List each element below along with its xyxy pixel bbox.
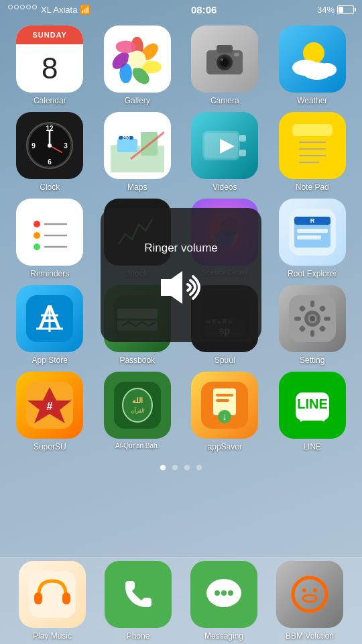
time-display: 08:06 [191, 4, 217, 15]
app-gallery[interactable]: Gallery [97, 25, 178, 105]
app-weather[interactable]: Weather [272, 25, 353, 105]
dock-phone[interactable]: Phone [105, 561, 172, 641]
svg-point-48 [34, 232, 40, 239]
page-dot-2[interactable] [172, 465, 178, 470]
svg-text:↓: ↓ [223, 411, 227, 422]
clock-icon-bg: 12 3 6 9 [16, 112, 83, 179]
signal-dot-4 [26, 5, 31, 9]
app-label-videos: Videos [213, 182, 237, 192]
appstore-icon-bg: A [16, 285, 83, 352]
app-supersu[interactable]: # SuperSU [9, 372, 90, 451]
svg-rect-10 [217, 45, 233, 53]
page-dot-3[interactable] [184, 465, 190, 470]
quran-icon-bg: الله القرآن [104, 372, 171, 439]
app-label-clock: Clock [40, 182, 60, 192]
svg-rect-38 [239, 135, 246, 142]
svg-point-120 [313, 588, 317, 592]
svg-rect-15 [234, 53, 239, 56]
dock-label-bbm: BBM Volution [286, 631, 334, 641]
app-label-appsaver: appSaver [208, 442, 242, 451]
svg-point-7 [129, 50, 146, 68]
app-label-setting: Setting [300, 356, 324, 365]
maps-icon-bg: 280 [104, 112, 171, 179]
supersu-icon-bg: # [16, 372, 83, 439]
reminders-icon-bg [16, 199, 83, 266]
app-label-gallery: Gallery [125, 96, 150, 105]
app-label-supersu: SuperSU [34, 442, 66, 451]
svg-point-96 [123, 388, 152, 422]
svg-rect-86 [294, 317, 301, 321]
dock-messaging[interactable]: Messaging [190, 561, 257, 641]
phone-icon-bg [105, 561, 172, 628]
app-quran[interactable]: الله القرآن Al-Qur'an Bah. [97, 372, 178, 451]
app-label-passbook: Passbook [119, 356, 155, 365]
app-label-reminders: Reminders [30, 269, 69, 278]
battery-fill [339, 7, 343, 13]
svg-point-116 [221, 590, 227, 596]
app-camera[interactable]: Camera [184, 25, 265, 105]
svg-text:3: 3 [64, 142, 68, 150]
calendar-day-name: SUNDAY [16, 25, 83, 44]
dock-label-playmusic: Play Music [33, 631, 72, 641]
app-label-quran: Al-Qur'an Bah. [115, 442, 159, 449]
app-label-line: LINE [303, 442, 321, 451]
svg-rect-87 [324, 317, 330, 321]
app-calendar[interactable]: SUNDAY 8 Calendar [9, 25, 90, 105]
battery-percent: 34% [317, 5, 335, 15]
videos-icon-bg [191, 112, 258, 179]
svg-point-117 [228, 590, 233, 596]
app-videos[interactable]: Videos [184, 112, 265, 192]
app-clock[interactable]: 12 3 6 9 Clock [9, 112, 90, 192]
app-setting[interactable]: Setting [272, 285, 353, 365]
app-label-spuul: Spuul [215, 356, 235, 365]
messaging-icon-bg [190, 561, 257, 628]
svg-text:9: 9 [32, 142, 36, 150]
app-maps[interactable]: 280 Maps [97, 112, 178, 192]
svg-text:6: 6 [48, 158, 52, 166]
app-label-notepad: Note Pad [296, 182, 329, 192]
svg-rect-85 [310, 330, 314, 337]
dock-playmusic[interactable]: Play Music [19, 561, 86, 641]
signal-dots: XL Axiata [8, 5, 77, 15]
svg-text:R: R [310, 217, 315, 224]
app-appstore[interactable]: A App Store [9, 285, 90, 365]
ringer-overlay: Ringer volume [101, 208, 261, 342]
signal-dot-5 [32, 5, 37, 9]
app-label-calendar: Calendar [34, 96, 66, 105]
notepad-icon-bg [279, 112, 346, 179]
signal-dot-2 [14, 5, 19, 9]
app-reminders[interactable]: Reminders [9, 199, 90, 278]
app-notepad[interactable]: Note Pad [272, 112, 353, 192]
camera-icon-bg [191, 25, 258, 93]
svg-point-14 [221, 58, 223, 61]
signal-dot-1 [8, 5, 13, 9]
app-line[interactable]: LINE LINE [272, 372, 353, 451]
playmusic-icon-bg [19, 561, 86, 628]
page-dot-4[interactable] [196, 465, 202, 470]
app-label-maps: Maps [127, 182, 147, 192]
battery-icon [337, 5, 354, 14]
line-icon-bg: LINE [279, 372, 346, 439]
svg-rect-46 [25, 207, 75, 258]
svg-rect-111 [34, 592, 42, 604]
svg-rect-62 [297, 235, 321, 239]
svg-rect-84 [310, 301, 314, 307]
svg-rect-101 [216, 394, 233, 396]
dock-bbm[interactable]: BBM Volution [276, 561, 343, 641]
svg-rect-41 [292, 124, 333, 136]
app-appsaver[interactable]: ↓ appSaver [184, 372, 265, 451]
calendar-day-number: 8 [42, 44, 58, 93]
svg-rect-61 [297, 229, 328, 233]
svg-text:القرآن: القرآن [131, 407, 144, 414]
svg-text:الله: الله [132, 396, 143, 405]
page-dots [0, 458, 362, 480]
svg-point-115 [215, 590, 220, 596]
rootexplorer-icon-bg: R [279, 199, 346, 266]
page-dot-1[interactable] [160, 465, 166, 470]
app-rootexplorer[interactable]: R Root Explorer [272, 199, 353, 278]
dock: Play Music Phone Messaging [0, 557, 362, 644]
wifi-icon: 📶 [80, 5, 90, 15]
svg-point-49 [34, 244, 40, 250]
svg-rect-31 [117, 139, 137, 152]
ringer-speaker-icon [154, 266, 208, 309]
